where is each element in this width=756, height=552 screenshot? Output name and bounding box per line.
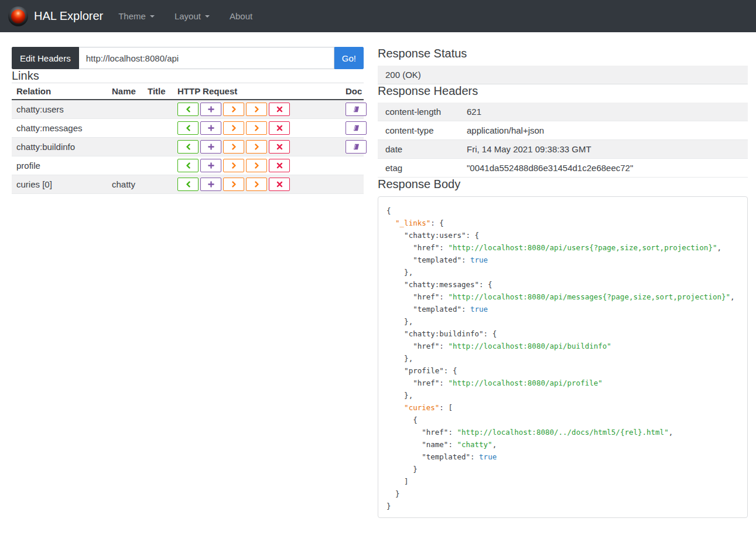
chevron-left-icon bbox=[185, 162, 191, 169]
http-delete-button[interactable] bbox=[269, 121, 290, 135]
json-line: }, bbox=[386, 352, 739, 364]
http-delete-button[interactable] bbox=[269, 159, 290, 172]
json-line: }, bbox=[386, 315, 739, 328]
http-get-button[interactable] bbox=[177, 178, 199, 191]
nav-item-label: About bbox=[230, 11, 252, 21]
links-section-title: Links bbox=[12, 69, 364, 83]
chevron-right-icon bbox=[254, 125, 260, 131]
response-status-value: 200 (OK) bbox=[378, 66, 748, 84]
name-cell bbox=[107, 100, 143, 119]
column-header-name: Name bbox=[107, 83, 143, 100]
x-icon bbox=[276, 181, 283, 188]
nav-item-layout[interactable]: Layout bbox=[175, 11, 210, 21]
go-button[interactable]: Go! bbox=[334, 47, 364, 69]
json-line: } bbox=[386, 488, 739, 500]
relation-cell: chatty:users bbox=[12, 100, 107, 119]
response-header-row: content-typeapplication/hal+json bbox=[378, 121, 748, 140]
plus-icon bbox=[208, 125, 214, 131]
chevron-right-icon bbox=[254, 106, 260, 113]
doc-button[interactable] bbox=[345, 103, 367, 116]
request-bar: Edit Headers Go! bbox=[12, 47, 364, 69]
edit-headers-button[interactable]: Edit Headers bbox=[12, 47, 79, 69]
top-navbar: HAL Explorer ThemeLayoutAbout bbox=[0, 0, 756, 32]
doc-cell bbox=[341, 119, 364, 138]
x-icon bbox=[276, 106, 283, 113]
plus-icon bbox=[208, 106, 214, 113]
name-cell bbox=[107, 119, 143, 138]
chevron-left-icon bbox=[185, 181, 191, 188]
http-get-button[interactable] bbox=[177, 140, 199, 154]
caret-down-icon bbox=[150, 15, 155, 18]
links-table-header-row: Relation Name Title HTTP Request Doc bbox=[12, 83, 364, 100]
http-put-button[interactable] bbox=[223, 103, 244, 116]
json-line: }, bbox=[386, 389, 739, 401]
column-header-relation: Relation bbox=[12, 83, 107, 100]
json-line: }, bbox=[386, 266, 739, 278]
http-delete-button[interactable] bbox=[269, 178, 290, 191]
http-get-button[interactable] bbox=[177, 103, 199, 116]
table-row: curies [0]chatty bbox=[12, 175, 364, 194]
main-content: Edit Headers Go! Links Relation Name Tit… bbox=[0, 32, 756, 530]
doc-button[interactable] bbox=[345, 140, 367, 154]
brand-link[interactable]: HAL Explorer bbox=[8, 6, 103, 26]
json-line: "templated": true bbox=[386, 451, 739, 463]
nav-item-theme[interactable]: Theme bbox=[118, 11, 155, 21]
json-line: } bbox=[386, 500, 739, 512]
relation-cell: chatty:buildinfo bbox=[12, 138, 107, 156]
http-get-button[interactable] bbox=[177, 121, 199, 135]
http-patch-button[interactable] bbox=[246, 121, 267, 135]
response-panel: Response Status 200 (OK) Response Header… bbox=[378, 47, 748, 518]
table-row: chatty:users bbox=[12, 100, 364, 119]
json-line: "curies": [ bbox=[386, 401, 739, 414]
json-line: "profile": { bbox=[386, 364, 739, 377]
http-patch-button[interactable] bbox=[246, 178, 267, 191]
chevron-right-icon bbox=[231, 181, 237, 188]
json-line: "href": "http://localhost:8080/api/users… bbox=[386, 241, 739, 254]
caret-down-icon bbox=[205, 15, 210, 18]
http-patch-button[interactable] bbox=[246, 140, 267, 154]
http-post-button[interactable] bbox=[200, 121, 221, 135]
http-delete-button[interactable] bbox=[269, 140, 290, 154]
url-input[interactable] bbox=[79, 47, 334, 69]
title-cell bbox=[143, 138, 173, 156]
doc-cell bbox=[341, 175, 364, 194]
http-put-button[interactable] bbox=[223, 121, 244, 135]
header-value: 621 bbox=[467, 103, 748, 121]
x-icon bbox=[276, 125, 283, 131]
nav-item-about[interactable]: About bbox=[230, 11, 252, 21]
http-put-button[interactable] bbox=[223, 178, 244, 191]
http-patch-button[interactable] bbox=[246, 103, 267, 116]
column-header-doc: Doc bbox=[341, 83, 364, 100]
doc-button[interactable] bbox=[345, 121, 367, 135]
nav-item-label: Theme bbox=[118, 11, 146, 21]
title-cell bbox=[143, 175, 173, 194]
header-name: content-type bbox=[378, 121, 467, 139]
response-status-title: Response Status bbox=[378, 47, 748, 60]
http-delete-button[interactable] bbox=[269, 103, 290, 116]
http-post-button[interactable] bbox=[200, 159, 221, 172]
http-post-button[interactable] bbox=[200, 103, 221, 116]
title-cell bbox=[143, 100, 173, 119]
chevron-right-icon bbox=[231, 106, 237, 113]
http-patch-button[interactable] bbox=[246, 159, 267, 172]
x-icon bbox=[276, 144, 283, 150]
header-name: date bbox=[378, 140, 467, 158]
http-put-button[interactable] bbox=[223, 159, 244, 172]
header-value: Fri, 14 May 2021 09:38:33 GMT bbox=[467, 140, 748, 158]
table-row: chatty:buildinfo bbox=[12, 138, 364, 156]
http-request-cell bbox=[173, 175, 341, 194]
http-get-button[interactable] bbox=[177, 159, 199, 172]
header-name: content-length bbox=[378, 103, 467, 121]
json-line: } bbox=[386, 463, 739, 475]
plus-icon bbox=[208, 162, 214, 169]
http-post-button[interactable] bbox=[200, 178, 221, 191]
http-put-button[interactable] bbox=[223, 140, 244, 154]
json-line: "href": "http://localhost:8080/api/messa… bbox=[386, 291, 739, 303]
name-cell: chatty bbox=[107, 175, 143, 194]
name-cell bbox=[107, 138, 143, 156]
json-line: "chatty:buildinfo": { bbox=[386, 328, 739, 340]
response-header-row: dateFri, 14 May 2021 09:38:33 GMT bbox=[378, 140, 748, 159]
name-cell bbox=[107, 156, 143, 175]
http-post-button[interactable] bbox=[200, 140, 221, 154]
header-value: application/hal+json bbox=[467, 121, 748, 139]
